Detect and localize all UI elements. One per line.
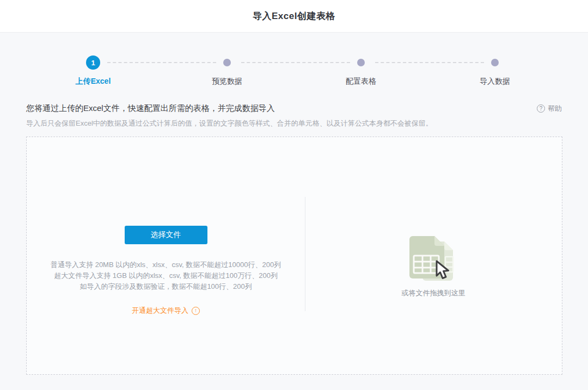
step-dot: [357, 59, 365, 66]
step-upload-excel: 1 上传Excel: [26, 55, 160, 86]
back-file-fold: [444, 242, 453, 250]
step-label: 上传Excel: [76, 77, 111, 86]
excel-file-drop-icon: [406, 235, 461, 284]
step-label: 导入数据: [480, 77, 510, 86]
step-import-data: 导入数据: [428, 55, 562, 86]
step-preview-data: 预览数据: [160, 55, 294, 86]
upload-right-panel: 或将文件拖拽到这里: [305, 137, 562, 374]
front-file-fold: [434, 236, 444, 246]
page-title: 导入Excel创建表格: [253, 10, 335, 22]
step-connector: [107, 62, 216, 63]
step-connector: [241, 62, 350, 63]
upgrade-link-label: 开通超大文件导入: [132, 306, 188, 315]
step-connector: [375, 62, 484, 63]
intro-section: 您将通过上传的Excel文件，快速配置出所需的表格，并完成数据导入 ? 帮助 导…: [26, 103, 562, 128]
enable-large-file-import-link[interactable]: 开通超大文件导入 ↑: [132, 306, 200, 315]
intro-note: 导入后只会保留Excel中的数据及通过公式计算后的值，设置的文字颜色等样式、合并…: [26, 119, 562, 128]
upgrade-arrow-icon: ↑: [192, 307, 200, 315]
question-circle-icon: ?: [537, 104, 545, 113]
choose-file-button[interactable]: 选择文件: [125, 226, 207, 244]
hint-line-3: 如导入的字段涉及数据验证，数据不能超100行、200列: [51, 281, 281, 292]
step-number-badge: 1: [86, 55, 100, 70]
help-link[interactable]: ? 帮助: [537, 104, 562, 114]
step-label: 配置表格: [346, 77, 376, 86]
step-dot: [223, 59, 231, 66]
upload-dropzone[interactable]: 选择文件 普通导入支持 20MB 以内的xls、xlsx、csv, 数据不能超过…: [26, 137, 562, 375]
drag-drop-hint: 或将文件拖拽到这里: [402, 288, 465, 298]
wizard-stepper: 1 上传Excel 预览数据 配置表格 导入数据: [26, 55, 562, 86]
header-bar: 导入Excel创建表格: [0, 0, 588, 33]
hint-line-1: 普通导入支持 20MB 以内的xls、xlsx、csv, 数据不能超过10000…: [51, 259, 281, 270]
step-dot: [491, 59, 499, 66]
vertical-divider: [305, 197, 305, 311]
step-label: 预览数据: [212, 77, 242, 86]
intro-heading: 您将通过上传的Excel文件，快速配置出所需的表格，并完成数据导入: [26, 103, 275, 114]
upload-left-panel: 选择文件 普通导入支持 20MB 以内的xls、xlsx、csv, 数据不能超过…: [27, 137, 305, 374]
step-configure-table: 配置表格: [294, 55, 428, 86]
hint-line-2: 超大文件导入支持 1GB 以内的xlsx、csv, 数据不能超过100万行、20…: [51, 270, 281, 281]
help-label: 帮助: [548, 104, 562, 114]
upload-hints: 普通导入支持 20MB 以内的xls、xlsx、csv, 数据不能超过10000…: [51, 259, 281, 292]
